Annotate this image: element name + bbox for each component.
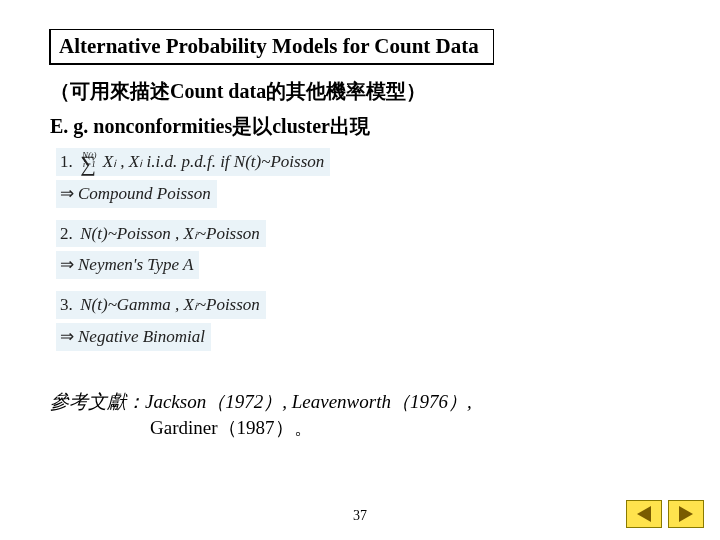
implies-icon: ⇒: [60, 327, 78, 346]
item-1-number: 1.: [60, 150, 76, 174]
references: 參考文獻：Jackson（1972）, Leavenworth（1976）, G…: [50, 389, 670, 441]
item-1-result: Compound Poisson: [78, 184, 211, 203]
references-line1: 參考文獻：Jackson（1972）, Leavenworth（1976）,: [50, 391, 472, 412]
example-line: E. g. nonconformities是以cluster出現: [50, 113, 670, 140]
item-2-number: 2.: [60, 222, 76, 246]
references-line2: Gardiner（1987）。: [150, 417, 313, 438]
nav-controls: [626, 500, 704, 528]
item-1-body: Xᵢ , Xᵢ i.i.d. p.d.f. if N(t)~Poisson: [103, 152, 325, 171]
implies-icon: ⇒: [60, 255, 78, 274]
prev-button[interactable]: [626, 500, 662, 528]
item-3-number: 3.: [60, 293, 76, 317]
implies-icon: ⇒: [60, 184, 78, 203]
item-3-result: Negative Binomial: [78, 327, 205, 346]
sum-lower: i=1: [83, 160, 96, 169]
item-2-result: Neymen's Type A: [78, 255, 193, 274]
math-block: 1. ∑ N(t) i=1 Xᵢ , Xᵢ i.i.d. p.d.f. if N…: [56, 146, 670, 353]
arrow-left-icon: [637, 506, 651, 522]
arrow-right-icon: [679, 506, 693, 522]
page-number: 37: [0, 508, 720, 524]
item-2-body: N(t)~Poisson , Xᵢ~Poisson: [76, 224, 260, 243]
slide-title: Alternative Probability Models for Count…: [50, 30, 493, 64]
item-3-body: N(t)~Gamma , Xᵢ~Poisson: [76, 295, 260, 314]
slide-subtitle: （可用來描述Count data的其他機率模型）: [50, 78, 670, 105]
next-button[interactable]: [668, 500, 704, 528]
